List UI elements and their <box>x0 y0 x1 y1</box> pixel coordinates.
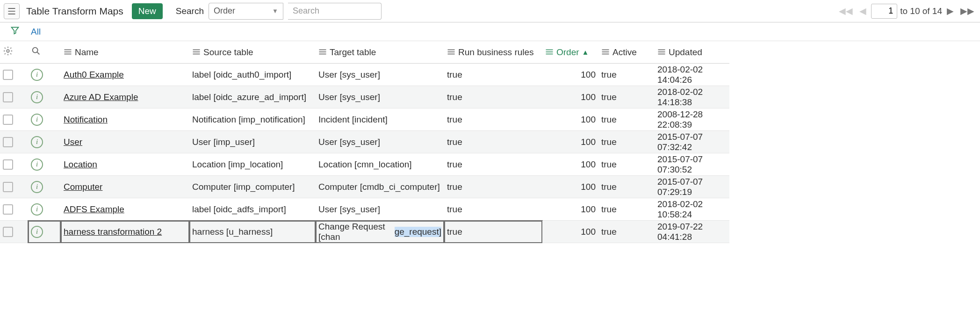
next-page-button[interactable]: ▶ <box>945 6 956 16</box>
hamburger-icon <box>7 7 16 16</box>
column-menu-icon <box>447 47 455 58</box>
info-icon[interactable]: i <box>31 91 43 103</box>
row-checkbox[interactable] <box>3 204 13 215</box>
cell-active: true <box>598 153 655 176</box>
column-header-active[interactable]: Active <box>598 41 655 64</box>
cell-source: label [oidc_auth0_import] <box>189 64 316 86</box>
new-button[interactable]: New <box>132 3 163 19</box>
name-link[interactable]: User <box>64 137 82 147</box>
row-checkbox-cell <box>0 153 28 176</box>
name-link[interactable]: Computer <box>64 182 102 192</box>
cell-target: Incident [incident] <box>316 108 444 131</box>
cell-rbr: true <box>444 108 542 131</box>
cell-name: Location <box>61 153 189 176</box>
row-info-cell: i <box>28 108 61 131</box>
column-menu-icon <box>657 47 666 58</box>
page-number-input[interactable] <box>871 4 897 19</box>
row-checkbox[interactable] <box>3 92 13 102</box>
column-header-target[interactable]: Target table <box>316 41 444 64</box>
row-info-cell: i <box>28 86 61 108</box>
list-menu-button[interactable] <box>4 3 20 19</box>
row-info-cell: i <box>28 131 61 153</box>
row-checkbox[interactable] <box>3 137 13 147</box>
info-icon[interactable]: i <box>31 226 43 238</box>
cell-updated: 2015-07-07 07:29:19 <box>655 176 729 198</box>
cell-rbr: true <box>444 131 542 153</box>
gear-icon[interactable] <box>3 46 13 58</box>
first-page-button[interactable]: ◀◀ <box>837 6 855 16</box>
name-link[interactable]: Auth0 Example <box>64 70 124 80</box>
name-link[interactable]: Location <box>64 159 97 170</box>
page-title: Table Transform Maps <box>26 6 123 17</box>
cell-source: label [oidc_adfs_import] <box>189 198 316 221</box>
info-icon[interactable]: i <box>31 181 43 193</box>
sort-asc-icon: ▲ <box>582 48 589 56</box>
info-icon[interactable]: i <box>31 203 43 216</box>
breadcrumb-all[interactable]: All <box>31 27 41 37</box>
last-page-button[interactable]: ▶▶ <box>958 6 976 16</box>
name-link[interactable]: ADFS Example <box>64 204 124 215</box>
cell-rbr: true <box>444 153 542 176</box>
cell-target: Change Request [change_request] <box>316 221 444 243</box>
name-link[interactable]: Notification <box>64 115 108 125</box>
prev-page-button[interactable]: ◀ <box>858 6 868 16</box>
cell-updated: 2018-02-02 14:18:38 <box>655 86 729 108</box>
search-field-value: Order <box>214 6 235 16</box>
row-checkbox-cell <box>0 176 28 198</box>
cell-source: Notification [imp_notification] <box>189 108 316 131</box>
row-checkbox[interactable] <box>3 182 13 192</box>
row-checkbox[interactable] <box>3 115 13 125</box>
cell-name: Azure AD Example <box>61 86 189 108</box>
column-menu-icon <box>64 47 72 58</box>
cell-name: harness transformation 2 <box>61 221 189 243</box>
cell-order: 100 <box>542 221 598 243</box>
cell-updated: 2015-07-07 07:32:42 <box>655 131 729 153</box>
cell-name: Computer <box>61 176 189 198</box>
cell-order: 100 <box>542 64 598 86</box>
row-checkbox[interactable] <box>3 70 13 80</box>
info-icon[interactable]: i <box>31 158 43 171</box>
column-menu-icon <box>318 47 327 58</box>
filter-icon[interactable] <box>10 26 20 37</box>
column-header-updated[interactable]: Updated <box>655 41 729 64</box>
column-header-rbr[interactable]: Run business rules <box>444 41 542 64</box>
cell-source: label [oidc_azure_ad_import] <box>189 86 316 108</box>
cell-updated: 2018-02-02 10:58:24 <box>655 198 729 221</box>
row-checkbox-cell <box>0 64 28 86</box>
name-link[interactable]: harness transformation 2 <box>64 227 162 237</box>
row-checkbox[interactable] <box>3 227 13 237</box>
row-info-cell: i <box>28 198 61 221</box>
row-info-cell: i <box>28 153 61 176</box>
cell-source: Location [imp_location] <box>189 153 316 176</box>
header-search <box>28 41 61 64</box>
svg-point-0 <box>7 50 9 52</box>
row-checkbox-cell <box>0 221 28 243</box>
search-input[interactable] <box>288 3 382 20</box>
pager: ◀◀ ◀ to 10 of 14 ▶ ▶▶ <box>837 4 976 19</box>
search-icon[interactable] <box>31 46 41 58</box>
column-header-name[interactable]: Name <box>61 41 189 64</box>
cell-updated: 2008-12-28 22:08:39 <box>655 108 729 131</box>
search-label: Search <box>176 6 204 16</box>
column-header-order[interactable]: Order ▲ <box>542 41 598 64</box>
cell-order: 100 <box>542 198 598 221</box>
cell-rbr: true <box>444 176 542 198</box>
info-icon[interactable]: i <box>31 114 43 126</box>
info-icon[interactable]: i <box>31 136 43 148</box>
name-link[interactable]: Azure AD Example <box>64 92 138 102</box>
info-icon[interactable]: i <box>31 69 43 81</box>
cell-rbr: true <box>444 221 542 243</box>
svg-point-1 <box>33 48 38 53</box>
cell-name: Auth0 Example <box>61 64 189 86</box>
column-header-source[interactable]: Source table <box>189 41 316 64</box>
cell-order: 100 <box>542 176 598 198</box>
cell-order: 100 <box>542 86 598 108</box>
cell-source: User [imp_user] <box>189 131 316 153</box>
search-field-select[interactable]: Order ▼ <box>209 3 283 20</box>
cell-active: true <box>598 86 655 108</box>
cell-active: true <box>598 198 655 221</box>
filter-row: All <box>0 22 980 41</box>
row-checkbox[interactable] <box>3 159 13 170</box>
cell-updated: 2015-07-07 07:30:52 <box>655 153 729 176</box>
cell-target: User [sys_user] <box>316 131 444 153</box>
